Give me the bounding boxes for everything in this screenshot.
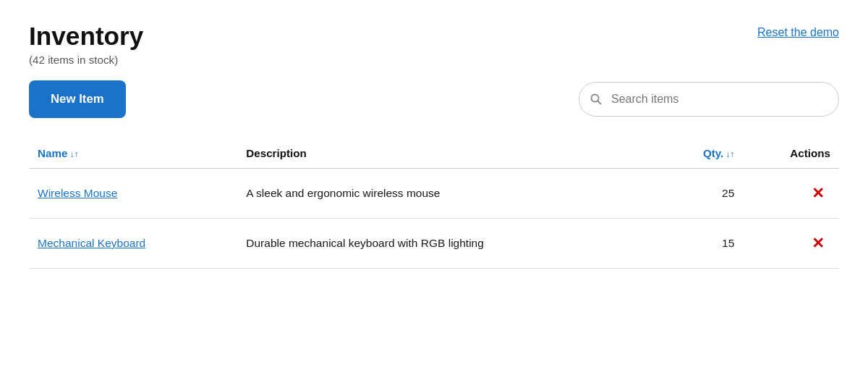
reset-demo-link[interactable]: Reset the demo (757, 22, 839, 39)
toolbar-row: New Item (29, 80, 839, 118)
table-header: Name↓↑ Description Qty.↓↑ Actions (29, 140, 839, 169)
item-name-link[interactable]: Wireless Mouse (38, 187, 117, 200)
table-body: Wireless Mouse A sleek and ergonomic wir… (29, 169, 839, 269)
item-name-cell: Mechanical Keyboard (29, 219, 237, 269)
search-input[interactable] (579, 82, 839, 117)
table-row: Wireless Mouse A sleek and ergonomic wir… (29, 169, 839, 219)
item-qty-cell: 15 (662, 219, 743, 269)
search-wrapper (579, 82, 839, 117)
name-sort-arrows: ↓↑ (69, 149, 78, 159)
title-block: Inventory (42 items in stock) (29, 22, 143, 66)
actions-column-header: Actions (743, 140, 839, 169)
item-description-cell: Durable mechanical keyboard with RGB lig… (237, 219, 662, 269)
delete-item-button[interactable]: ✕ (806, 185, 830, 202)
qty-sort-arrows: ↓↑ (726, 149, 734, 159)
page-title: Inventory (29, 22, 143, 51)
inventory-table: Name↓↑ Description Qty.↓↑ Actions Wirele… (29, 140, 839, 269)
search-icon (590, 93, 602, 105)
item-delete-cell: ✕ (743, 219, 839, 269)
table-row: Mechanical Keyboard Durable mechanical k… (29, 219, 839, 269)
item-description-cell: A sleek and ergonomic wireless mouse (237, 169, 662, 219)
item-name-link[interactable]: Mechanical Keyboard (38, 237, 145, 250)
header-row: Inventory (42 items in stock) Reset the … (29, 22, 839, 66)
item-delete-cell: ✕ (743, 169, 839, 219)
qty-column-header[interactable]: Qty.↓↑ (662, 140, 743, 169)
item-qty-cell: 25 (662, 169, 743, 219)
delete-item-button[interactable]: ✕ (806, 235, 830, 252)
page-subtitle: (42 items in stock) (29, 54, 143, 66)
description-column-header: Description (237, 140, 662, 169)
svg-line-1 (598, 101, 601, 104)
name-column-header[interactable]: Name↓↑ (29, 140, 237, 169)
item-name-cell: Wireless Mouse (29, 169, 237, 219)
new-item-button[interactable]: New Item (29, 80, 126, 118)
